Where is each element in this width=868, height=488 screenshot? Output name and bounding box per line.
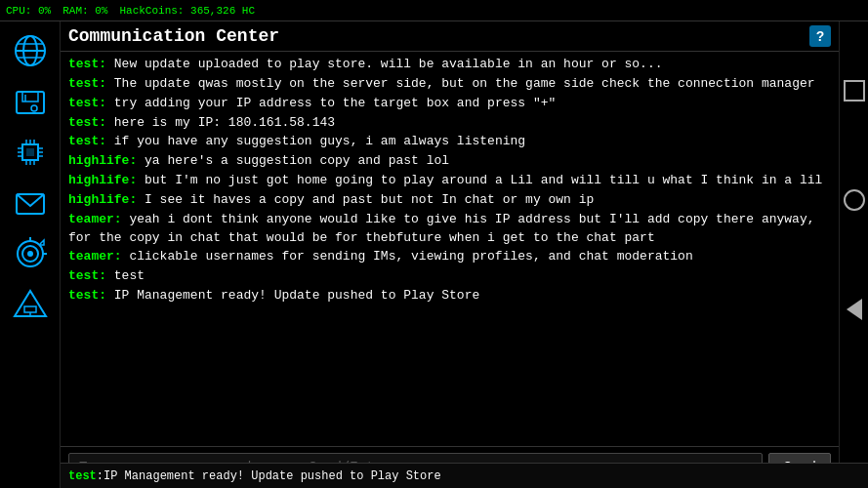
chat-line: teamer: yeah i dont think anyone would l… — [68, 211, 831, 248]
chat-line: highlife: ya here's a suggestion copy an… — [68, 152, 831, 171]
chat-line: test: try adding your IP address to the … — [68, 95, 831, 113]
main-layout: Communication Center ? test: New update … — [0, 21, 868, 488]
chat-username[interactable]: test: — [68, 76, 106, 91]
chat-message-text: yeah i dont think anyone would like to g… — [68, 212, 815, 245]
chat-area[interactable]: test: New update uploaded to play store.… — [61, 52, 839, 446]
svg-point-7 — [31, 105, 37, 111]
circle-button[interactable] — [844, 189, 865, 211]
chat-line: test: The update qwas mostly on the serv… — [68, 75, 831, 94]
target-icon[interactable] — [7, 230, 54, 277]
chat-message-text: ya here's a suggestion copy and past lol — [137, 153, 449, 168]
chat-username[interactable]: test: — [68, 57, 106, 71]
chat-line: teamer: clickable usernames for sending … — [68, 248, 831, 266]
chat-line: test: here is my IP: 180.161.58.143 — [68, 114, 831, 133]
chat-username[interactable]: test: — [68, 115, 106, 130]
chat-username[interactable]: teamer: — [68, 212, 122, 226]
status-message: IP Management ready! Update pushed to Pl… — [103, 469, 441, 483]
globe-icon[interactable] — [7, 27, 54, 74]
top-bar: CPU: 0% RAM: 0% HackCoins: 365,326 HC — [0, 0, 868, 21]
sidebar — [0, 21, 61, 488]
ram-stat: RAM: 0% — [62, 5, 107, 17]
chat-message-text: test — [106, 268, 145, 283]
chat-username[interactable]: test: — [68, 288, 106, 303]
status-username: test — [68, 469, 97, 483]
terminal-icon[interactable] — [7, 281, 54, 328]
cpu-stat: CPU: 0% — [6, 5, 51, 17]
chat-message-text: The update qwas mostly on the server sid… — [106, 76, 815, 91]
chat-message-text: if you have any suggestion guys, i am al… — [106, 134, 525, 148]
svg-rect-22 — [26, 148, 34, 156]
back-button[interactable] — [847, 299, 862, 320]
chat-username[interactable]: highlife: — [68, 173, 137, 187]
chat-line: highlife: but I'm no just got home going… — [68, 172, 831, 190]
chat-line: test: if you have any suggestion guys, i… — [68, 133, 831, 151]
chat-username[interactable]: test: — [68, 134, 106, 148]
chat-message-text: clickable usernames for sending IMs, vie… — [122, 249, 693, 264]
chat-message-text: but I'm no just got home going to play a… — [137, 173, 822, 187]
svg-rect-5 — [17, 92, 44, 113]
chat-username[interactable]: highlife: — [68, 153, 137, 168]
chat-username[interactable]: highlife: — [68, 192, 137, 207]
help-button[interactable]: ? — [809, 25, 831, 47]
chat-line: highlife: I see it haves a copy and past… — [68, 191, 831, 210]
right-controls — [839, 21, 868, 488]
chip-icon[interactable] — [7, 129, 54, 176]
chat-message-text: I see it haves a copy and past but not I… — [137, 192, 594, 207]
title-bar: Communication Center ? — [61, 21, 839, 52]
svg-rect-30 — [24, 306, 36, 312]
content-area: Communication Center ? test: New update … — [61, 21, 839, 488]
chat-line: test: New update uploaded to play store.… — [68, 56, 831, 74]
chat-message-text: New update uploaded to play store. will … — [106, 57, 663, 71]
page-title: Communication Center — [68, 26, 279, 46]
hackcoins-stat: HackCoins: 365,326 HC — [119, 5, 255, 17]
status-bar: test: IP Management ready! Update pushed… — [61, 463, 868, 488]
chat-message-text: here is my IP: 180.161.58.143 — [106, 115, 335, 130]
chat-message-text: try adding your IP address to the target… — [106, 96, 556, 110]
mail-icon[interactable] — [7, 180, 54, 226]
chat-line: test: test — [68, 267, 831, 286]
svg-point-26 — [27, 251, 33, 257]
chat-username[interactable]: teamer: — [68, 249, 122, 264]
chat-username[interactable]: test: — [68, 96, 106, 110]
square-button[interactable] — [844, 80, 865, 102]
chat-username[interactable]: test: — [68, 268, 106, 283]
disk-icon[interactable] — [7, 78, 54, 125]
chat-line: test: IP Management ready! Update pushed… — [68, 287, 831, 305]
chat-message-text: IP Management ready! Update pushed to Pl… — [106, 288, 479, 303]
status-colon: : — [97, 469, 103, 483]
